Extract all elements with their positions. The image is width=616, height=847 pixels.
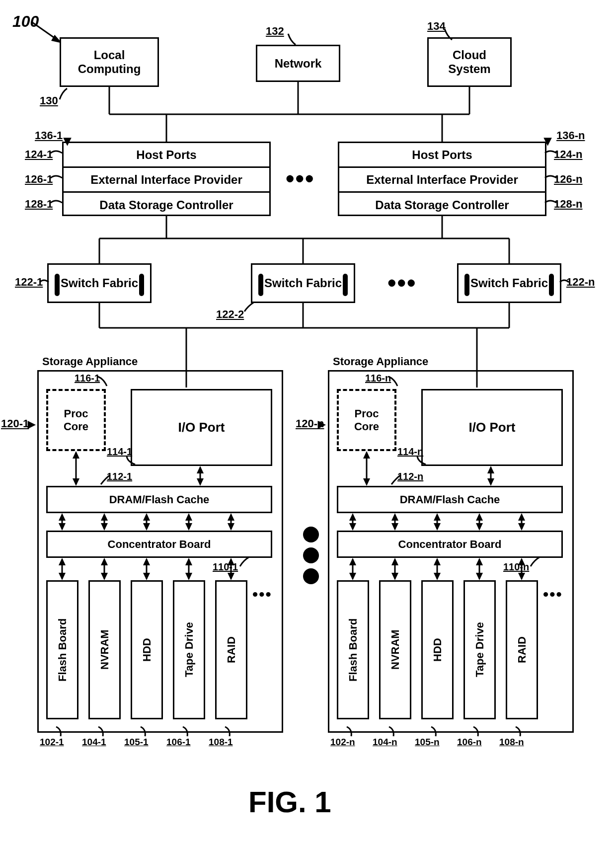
concentrator-n: Concentrator Board: [337, 531, 563, 558]
switch-fabric-n: Switch Fabric: [457, 263, 561, 303]
svg-marker-51: [185, 573, 192, 580]
svg-marker-87: [476, 573, 483, 580]
svg-marker-54: [228, 573, 234, 580]
diagram-container: 100 Local Computing Network Cloud System…: [10, 10, 606, 840]
figure-ref: 100: [12, 12, 39, 31]
cache-n: DRAM/Flash Cache: [337, 486, 563, 513]
svg-marker-26: [59, 513, 66, 521]
appliance-title-1: Storage Appliance: [42, 355, 138, 368]
appliance-title-n: Storage Appliance: [333, 355, 428, 368]
svg-marker-45: [101, 573, 108, 580]
ellipsis-controllers: •••: [286, 164, 315, 193]
ref-136-1: 136-1: [35, 129, 63, 142]
figure-caption: FIG. 1: [248, 785, 331, 819]
controller-stack-1: Host Ports External Interface Provider D…: [62, 142, 271, 216]
network-box: Network: [256, 45, 340, 82]
ref-106-n: 106-n: [457, 737, 482, 748]
ellipsis-switches: •••: [387, 268, 417, 297]
ref-102-n: 102-n: [330, 737, 355, 748]
tape-n: Tape Drive: [463, 580, 496, 719]
cloud-system-box: Cloud System: [427, 37, 512, 87]
svg-marker-21: [73, 478, 79, 486]
svg-marker-75: [518, 523, 525, 531]
ref-108-1: 108-1: [209, 737, 233, 748]
svg-marker-66: [391, 523, 398, 531]
svg-marker-60: [487, 478, 494, 486]
switch-fabric-2: Switch Fabric: [251, 263, 355, 303]
ref-104-n: 104-n: [373, 737, 397, 748]
svg-marker-69: [434, 523, 441, 531]
svg-marker-38: [228, 513, 234, 521]
svg-marker-57: [363, 478, 370, 486]
ref-106-1: 106-1: [166, 737, 191, 748]
ref-130: 130: [40, 94, 58, 107]
nvram-n: NVRAM: [379, 580, 411, 719]
ref-105-n: 105-n: [415, 737, 440, 748]
io-port-n: I/O Port: [421, 389, 563, 466]
svg-marker-86: [476, 558, 483, 565]
cache-1: DRAM/Flash Cache: [46, 486, 272, 513]
ref-105-1: 105-1: [124, 737, 149, 748]
svg-marker-30: [101, 523, 108, 531]
svg-marker-50: [185, 558, 192, 565]
host-ports-1: Host Ports: [64, 143, 269, 168]
svg-marker-27: [59, 523, 66, 531]
hdd-n: HDD: [421, 580, 454, 719]
controller-stack-n: Host Ports External Interface Provider D…: [338, 142, 546, 216]
proc-core-n: Proc Core: [337, 389, 396, 451]
storage-appliance-n: Proc Core I/O Port DRAM/Flash Cache Conc…: [328, 370, 574, 733]
svg-marker-36: [185, 523, 192, 531]
svg-marker-23: [197, 466, 204, 473]
svg-marker-59: [487, 466, 494, 473]
ref-124-1: 124-1: [25, 148, 53, 161]
svg-marker-20: [73, 451, 79, 459]
raid-1: RAID: [215, 580, 247, 719]
svg-marker-84: [434, 573, 441, 580]
svg-marker-74: [518, 513, 525, 521]
io-port-1: I/O Port: [131, 389, 272, 466]
ellipsis-appliances: [303, 522, 319, 589]
ref-120-1: 120-1: [1, 417, 29, 430]
ellipsis-storage-n: •••: [543, 585, 563, 604]
svg-marker-77: [349, 558, 356, 565]
svg-marker-39: [228, 523, 234, 531]
svg-marker-24: [197, 478, 204, 486]
svg-marker-80: [391, 558, 398, 565]
ellipsis-storage-1: •••: [252, 585, 272, 604]
ref-116-1: 116-1: [75, 373, 100, 384]
ref-126-1: 126-1: [25, 173, 53, 186]
svg-marker-42: [59, 573, 66, 580]
svg-marker-63: [349, 523, 356, 531]
svg-marker-35: [185, 513, 192, 521]
ref-110-n: 110-n: [503, 561, 529, 573]
hdd-1: HDD: [131, 580, 163, 719]
ref-104-1: 104-1: [82, 737, 106, 748]
ext-if-n: External Interface Provider: [339, 168, 545, 193]
svg-marker-47: [143, 558, 150, 565]
ref-108-n: 108-n: [499, 737, 524, 748]
ref-102-1: 102-1: [40, 737, 64, 748]
svg-marker-48: [143, 573, 150, 580]
ref-128-1: 128-1: [25, 198, 53, 211]
svg-marker-81: [391, 573, 398, 580]
svg-marker-68: [434, 513, 441, 521]
svg-marker-29: [101, 513, 108, 521]
svg-marker-83: [434, 558, 441, 565]
dsc-1: Data Storage Controller: [64, 193, 269, 218]
host-ports-n: Host Ports: [339, 143, 545, 168]
storage-appliance-1: Proc Core I/O Port DRAM/Flash Cache Conc…: [37, 370, 283, 733]
svg-marker-78: [349, 573, 356, 580]
switch-fabric-1: Switch Fabric: [47, 263, 152, 303]
ref-122-n: 122-n: [566, 276, 595, 289]
svg-marker-56: [363, 451, 370, 459]
svg-marker-33: [143, 523, 150, 531]
svg-marker-71: [476, 513, 483, 521]
svg-marker-32: [143, 513, 150, 521]
proc-core-1: Proc Core: [46, 389, 106, 451]
flash-board-1: Flash Board: [46, 580, 78, 719]
svg-marker-72: [476, 523, 483, 531]
flash-board-n: Flash Board: [337, 580, 369, 719]
tape-1: Tape Drive: [173, 580, 205, 719]
ref-136-n: 136-n: [556, 129, 585, 142]
local-computing-box: Local Computing: [60, 37, 159, 87]
